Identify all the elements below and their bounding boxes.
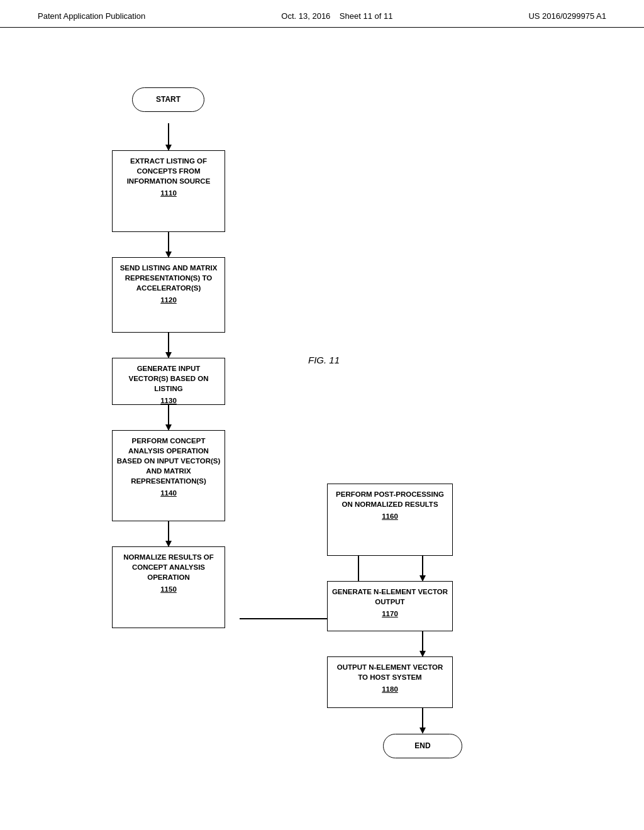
box-1170: GENERATE N-ELEMENT VECTOR OUTPUT 1170: [327, 581, 453, 631]
figure-label: FIG. 11: [308, 355, 340, 365]
box-1120: SEND LISTING AND MATRIX REPRESENTATION(S…: [112, 257, 225, 333]
box-1180: OUTPUT N-ELEMENT VECTOR TO HOST SYSTEM 1…: [327, 656, 453, 708]
box-1160: PERFORM POST-PROCESSING ON NORMALIZED RE…: [327, 484, 453, 556]
main-content: FIG. 11 START EXTRACT LISTING OF CONCEPT…: [0, 28, 644, 801]
header-right: US 2016/0299975 A1: [528, 11, 606, 21]
start-box: START: [132, 87, 204, 112]
svg-marker-18: [419, 728, 426, 734]
header-left: Patent Application Publication: [38, 11, 145, 21]
page-header: Patent Application Publication Oct. 13, …: [0, 0, 644, 28]
box-1130: GENERATE INPUT VECTOR(S) BASED ON LISTIN…: [112, 358, 225, 405]
header-center-date: Oct. 13, 2016 Sheet 11 of 11: [281, 11, 392, 21]
end-box: END: [383, 734, 462, 758]
box-1140: PERFORM CONCEPT ANALYSIS OPERATION BASED…: [112, 430, 225, 521]
flowchart: FIG. 11 START EXTRACT LISTING OF CONCEPT…: [38, 53, 606, 776]
box-1110: EXTRACT LISTING OF CONCEPTS FROM INFORMA…: [112, 150, 225, 232]
box-1150: NORMALIZE RESULTS OF CONCEPT ANALYSIS OP…: [112, 546, 225, 628]
